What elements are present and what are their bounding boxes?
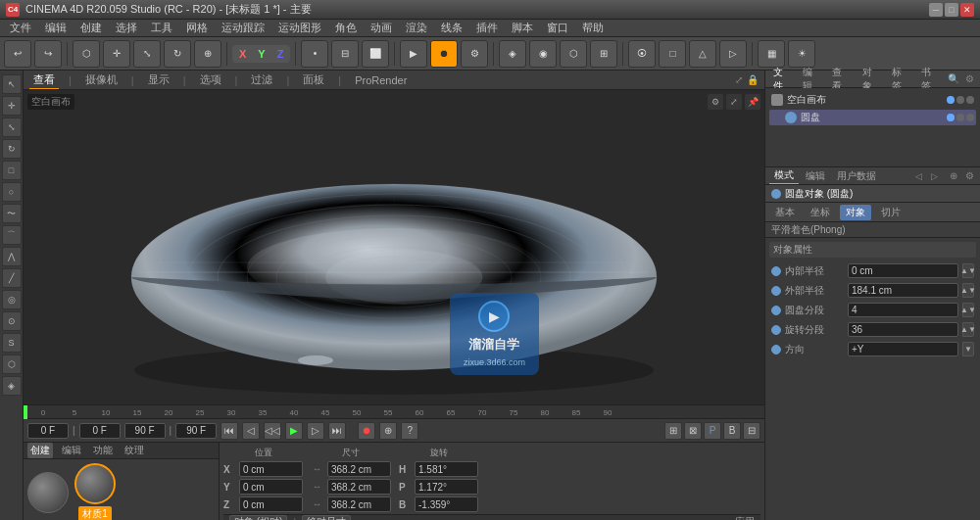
sidebar-nurbs-btn[interactable]: ⌒ xyxy=(2,225,22,245)
btn-question[interactable]: ? xyxy=(401,422,418,440)
prop-radio-outer[interactable] xyxy=(771,286,781,296)
sidebar-script-btn[interactable]: ◈ xyxy=(2,376,22,396)
rot-b-value[interactable]: -1.359° xyxy=(415,496,478,512)
props-tab-coord[interactable]: 坐标 xyxy=(805,205,836,220)
btn-to-end[interactable]: ⏭ xyxy=(328,422,346,440)
tool-shading[interactable]: ◉ xyxy=(529,40,557,68)
vp-expand-icon[interactable]: ⤢ xyxy=(735,74,743,85)
pos-z-value[interactable]: 0 cm xyxy=(239,496,303,512)
obj-dot-vis[interactable] xyxy=(947,96,955,104)
btn-key2[interactable]: ⊠ xyxy=(684,422,702,440)
mode-tab-mode[interactable]: 模式 xyxy=(769,167,799,184)
timeline-ruler[interactable]: 0 5 10 15 20 25 30 35 40 45 50 55 60 65 … xyxy=(27,405,760,418)
props-tab-basic[interactable]: 基本 xyxy=(769,205,801,220)
menu-motion-track[interactable]: 运动跟踪 xyxy=(216,20,270,36)
y-axis-btn[interactable]: Y xyxy=(252,46,270,62)
tool-rotate[interactable]: ↻ xyxy=(164,40,191,68)
tool-render[interactable]: ▶ xyxy=(400,40,427,68)
sidebar-select-btn[interactable]: ↖ xyxy=(2,74,22,94)
tool-cam-top[interactable]: △ xyxy=(689,40,716,68)
prop-spinner-outer[interactable]: ▲▼ xyxy=(962,283,974,298)
tool-undo[interactable]: ↩ xyxy=(4,40,31,68)
tool-redo[interactable]: ↪ xyxy=(34,40,62,68)
obj-dot-vis2[interactable] xyxy=(947,114,955,121)
sidebar-light-btn[interactable]: ⊙ xyxy=(2,311,22,331)
tool-wireframe[interactable]: ⬡ xyxy=(560,40,587,68)
btn-record2[interactable]: ⊕ xyxy=(379,422,397,440)
arrow-right[interactable]: ▷ xyxy=(927,169,941,183)
frame-end[interactable]: 90 F xyxy=(124,423,166,439)
vp-tab-options[interactable]: 选项 xyxy=(196,71,225,88)
vp-tab-panel[interactable]: 面板 xyxy=(299,71,328,88)
mode-icon-2[interactable]: ⚙ xyxy=(962,169,976,183)
tool-light[interactable]: ☀ xyxy=(788,40,815,68)
btn-play[interactable]: ▶ xyxy=(285,422,303,440)
btn-record[interactable]: ⏺ xyxy=(358,422,375,440)
prop-radio-inner[interactable] xyxy=(771,266,781,276)
minimize-button[interactable]: ─ xyxy=(929,3,943,17)
tool-cam-right[interactable]: ▷ xyxy=(719,40,747,68)
frame-start[interactable]: 0 F xyxy=(27,423,69,439)
frame-fps[interactable]: 90 F xyxy=(175,423,217,439)
x-axis-btn[interactable]: X xyxy=(233,46,252,62)
size-mode-select[interactable]: 绝对尺寸 xyxy=(302,515,351,520)
obj-row-blank[interactable]: 空白画布 xyxy=(769,92,976,108)
vp-expand-icon2[interactable]: ⤢ xyxy=(726,94,742,110)
obj-dot-render[interactable] xyxy=(956,96,964,104)
sidebar-s-btn[interactable]: S xyxy=(2,333,22,353)
menu-mesh[interactable]: 网格 xyxy=(180,20,214,36)
prop-radio-dir[interactable] xyxy=(771,345,781,355)
prop-spinner-disc[interactable]: ▲▼ xyxy=(962,303,974,317)
xyz-buttons[interactable]: X Y Z xyxy=(232,45,290,63)
menu-window[interactable]: 窗口 xyxy=(541,20,574,36)
vp-tab-view[interactable]: 查看 xyxy=(29,71,59,89)
close-button[interactable]: ✕ xyxy=(960,3,974,17)
mode-tab-edit[interactable]: 编辑 xyxy=(801,168,830,184)
tool-snap[interactable]: ⊕ xyxy=(194,40,221,68)
tool-cam-persp[interactable]: ⦿ xyxy=(628,40,656,68)
frame-current[interactable]: 0 F xyxy=(79,423,121,439)
menu-line[interactable]: 线条 xyxy=(435,20,468,36)
viewport-canvas[interactable]: 空白画布 ⚙ ⤢ 📌 ▶ 溜溜自学 zixue.3d66.com xyxy=(24,90,764,404)
btn-play-back[interactable]: ◁◁ xyxy=(264,422,281,440)
sidebar-cube-btn[interactable]: □ xyxy=(2,161,22,180)
vp-tab-filter[interactable]: 过滤 xyxy=(247,71,276,88)
mat-tab-function[interactable]: 功能 xyxy=(90,443,116,458)
props-tab-object[interactable]: 对象 xyxy=(840,205,871,220)
menu-file[interactable]: 文件 xyxy=(4,20,37,36)
tool-point-mode[interactable]: • xyxy=(301,40,328,68)
mat-tab-edit[interactable]: 编辑 xyxy=(59,443,84,458)
obj-row-disk[interactable]: 圆盘 xyxy=(769,110,976,125)
sidebar-camera-btn[interactable]: ◎ xyxy=(2,290,22,309)
sidebar-rotate-btn[interactable]: ↻ xyxy=(2,139,22,159)
prop-value-disc[interactable]: 4 xyxy=(848,303,958,317)
vp-tab-prorender[interactable]: ProRender xyxy=(351,73,411,87)
vp-settings-icon[interactable]: ⚙ xyxy=(708,94,723,110)
sidebar-env-btn[interactable]: ╱ xyxy=(2,268,22,288)
tool-obj-display[interactable]: ◈ xyxy=(499,40,526,68)
pos-x-value[interactable]: 0 cm xyxy=(239,461,303,477)
size-z-value[interactable]: 368.2 cm xyxy=(327,496,391,512)
sidebar-spline-btn[interactable]: 〜 xyxy=(2,204,22,223)
material-thumb-1[interactable] xyxy=(74,463,116,504)
rot-p-value[interactable]: 1.172° xyxy=(415,479,478,495)
sidebar-scale-btn[interactable]: ⤡ xyxy=(2,118,22,137)
menu-select[interactable]: 选择 xyxy=(110,20,143,36)
prop-spinner-inner[interactable]: ▲▼ xyxy=(962,263,974,278)
tool-poly-mode[interactable]: ⬜ xyxy=(362,40,389,68)
menu-mograph[interactable]: 运动图形 xyxy=(272,20,327,36)
tool-grid[interactable]: ⊞ xyxy=(590,40,617,68)
arrow-left[interactable]: ◁ xyxy=(911,169,925,183)
vp-pin-icon[interactable]: 📌 xyxy=(745,94,760,110)
sidebar-sphere-btn[interactable]: ○ xyxy=(2,182,22,202)
prop-value-outer[interactable]: 184.1 cm xyxy=(848,283,958,298)
tool-scale[interactable]: ⤡ xyxy=(133,40,161,68)
menu-create[interactable]: 创建 xyxy=(74,20,108,36)
vp-lock-icon[interactable]: 🔒 xyxy=(747,74,759,85)
menu-character[interactable]: 角色 xyxy=(329,20,363,36)
sidebar-tag-btn[interactable]: ⬡ xyxy=(2,355,22,374)
tool-move[interactable]: ✛ xyxy=(103,40,130,68)
size-x-value[interactable]: 368.2 cm xyxy=(327,461,391,477)
prop-spinner-dir[interactable]: ▼ xyxy=(962,342,974,356)
sidebar-move-btn[interactable]: ✛ xyxy=(2,96,22,116)
